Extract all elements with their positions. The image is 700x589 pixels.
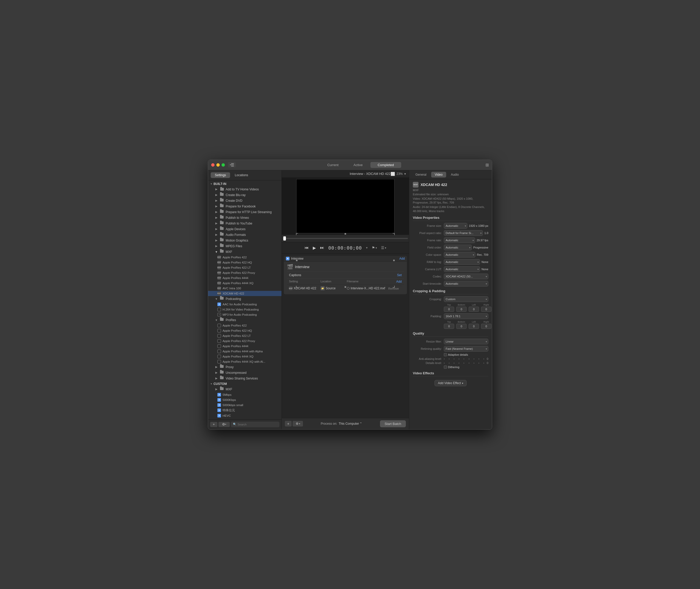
sidebar-item-prores[interactable]: ▼ ProRes bbox=[208, 317, 281, 323]
dithering-checkbox[interactable] bbox=[444, 366, 447, 369]
raw-log-select-wrap[interactable]: Automatic bbox=[444, 259, 480, 265]
cropping-select-wrap[interactable]: Custom bbox=[444, 296, 488, 302]
tab-current[interactable]: Current bbox=[320, 162, 345, 168]
padding-select-wrap[interactable]: 16x9 1.78:1 bbox=[444, 313, 488, 319]
sidebar-item-audio-formats[interactable]: ▶ Audio Formats bbox=[208, 232, 281, 238]
sidebar-item-mxf[interactable]: ▼ MXF bbox=[208, 249, 281, 255]
crop-right-input[interactable] bbox=[481, 307, 492, 312]
job-header-add[interactable]: Add bbox=[399, 257, 405, 260]
details-slider[interactable] bbox=[444, 363, 484, 364]
corner-tr[interactable] bbox=[393, 233, 395, 235]
section-custom[interactable]: ▼ CUSTOM bbox=[208, 381, 281, 386]
sidebar-sub-prores-422proxy[interactable]: Apple ProRes 422 Proxy bbox=[208, 339, 281, 344]
sidebar-sub-aac[interactable]: 4 AAC for Audio Podcasting bbox=[208, 302, 281, 307]
sidebar-sub-prores-4444[interactable]: Apple ProRes 4444 bbox=[208, 344, 281, 349]
color-space-select[interactable]: Automatic bbox=[444, 252, 475, 257]
batch-settings-button[interactable]: ⚙ ▾ bbox=[293, 421, 303, 426]
pixel-aspect-select-wrap[interactable]: Default for Frame Si... bbox=[444, 230, 483, 236]
sidebar-item-vimeo[interactable]: ▶ Publish to Vimeo bbox=[208, 215, 281, 221]
handle-mid-right[interactable] bbox=[393, 260, 395, 261]
pad-right-input[interactable] bbox=[481, 324, 492, 329]
sidebar-sub-hevc[interactable]: 4 HEVC bbox=[208, 413, 281, 418]
sidebar-sub-prores422[interactable]: MXF Apple ProRes 422 bbox=[208, 255, 281, 260]
close-button[interactable] bbox=[211, 163, 215, 167]
sidebar-sub-prores-422lt[interactable]: Apple ProRes 422 LT bbox=[208, 333, 281, 339]
job-collapse-icon[interactable]: ◆ bbox=[286, 257, 289, 260]
frame-size-select-wrap[interactable]: Automatic bbox=[444, 223, 467, 229]
frame-rate-select[interactable]: Automatic bbox=[444, 237, 475, 243]
corner-tl[interactable] bbox=[296, 233, 298, 235]
sidebar-sub-prores-4444xq[interactable]: Apple ProRes 4444 XQ bbox=[208, 354, 281, 359]
tab-completed[interactable]: Completed bbox=[371, 162, 401, 168]
sidebar-sub-prores-4444alpha[interactable]: Apple ProRes 4444 with Alpha bbox=[208, 349, 281, 354]
frame-rate-select-wrap[interactable]: Automatic bbox=[444, 237, 475, 243]
adaptive-label[interactable]: Adaptive details bbox=[444, 353, 468, 356]
frame-size-select[interactable]: Automatic bbox=[444, 223, 467, 229]
grid-icon[interactable]: ⊞ bbox=[485, 163, 489, 167]
sidebar-sub-prores-422hq[interactable]: Apple ProRes 422 HQ bbox=[208, 328, 281, 333]
sidebar-item-podcasting[interactable]: ▼ Podcasting bbox=[208, 296, 281, 302]
raw-log-select[interactable]: Automatic bbox=[444, 259, 480, 265]
retiming-select-wrap[interactable]: Fast (Nearest Frame) bbox=[444, 346, 488, 352]
sidebar-settings-button[interactable]: ⚙ ▾ bbox=[219, 422, 230, 427]
sidebar-sub-5mbps[interactable]: 4 5Mbps bbox=[208, 392, 281, 397]
sidebar-sub-5000kbps-small[interactable]: 4 5000kbps small bbox=[208, 402, 281, 408]
sidebar-item-http[interactable]: ▶ Prepare for HTTP Live Streaming bbox=[208, 209, 281, 215]
handle-mid-bottom[interactable] bbox=[344, 286, 346, 288]
resize-filter-select[interactable]: Linear bbox=[444, 339, 488, 344]
sidebar-item-create-bluray[interactable]: ▶ Create Blu-ray bbox=[208, 192, 281, 198]
tab-active[interactable]: Active bbox=[346, 162, 370, 168]
sidebar-sub-avc100[interactable]: MXF AVC Intra 100 bbox=[208, 286, 281, 291]
adaptive-checkbox[interactable] bbox=[444, 353, 447, 356]
add-job-button[interactable]: + bbox=[285, 421, 292, 426]
resize-filter-select-wrap[interactable]: Linear bbox=[444, 339, 488, 344]
sidebar-sub-prores4444xq[interactable]: MXF Apple ProRes 4444 XQ bbox=[208, 280, 281, 286]
retiming-select[interactable]: Fast (Nearest Frame) bbox=[444, 346, 488, 352]
dithering-label[interactable]: Dithering bbox=[444, 366, 459, 369]
crop-top-input[interactable] bbox=[444, 307, 454, 312]
handle-mid-left[interactable] bbox=[296, 260, 297, 261]
sidebar-item-mpeg[interactable]: ▶ MPEG Files bbox=[208, 243, 281, 249]
add-video-effect-button[interactable]: Add Video Effect ▾ bbox=[434, 380, 466, 386]
camera-lut-select[interactable]: Automatic bbox=[444, 266, 480, 272]
sidebar-sub-prores-422[interactable]: Apple ProRes 422 bbox=[208, 323, 281, 328]
codec-select-wrap[interactable]: XDCAM HD422 (50... bbox=[444, 273, 488, 279]
sidebar-sub-h264[interactable]: H.264 for Video Podcasting bbox=[208, 307, 281, 312]
process-computer-selector[interactable]: This Computer ⌃ bbox=[338, 422, 362, 425]
camera-lut-select-wrap[interactable]: Automatic bbox=[444, 266, 480, 272]
field-order-select-wrap[interactable]: Automatic bbox=[444, 245, 472, 250]
sidebar-sub-prores-4444xqal[interactable]: Apple ProRes 4444 XQ with Al... bbox=[208, 359, 281, 364]
sidebar-tab-locations[interactable]: Locations bbox=[231, 172, 252, 178]
sidebar-item-create-dvd[interactable]: ▶ Create DVD bbox=[208, 198, 281, 204]
sidebar-sub-prores422lt[interactable]: MXF Apple ProRes 422 LT bbox=[208, 265, 281, 270]
sidebar-item-uncompressed[interactable]: ▶ Uncompressed bbox=[208, 370, 281, 376]
sidebar-item-video-sharing[interactable]: ▶ Video Sharing Services bbox=[208, 376, 281, 381]
timeline-handle[interactable] bbox=[283, 236, 286, 240]
sidebar-item-motion-graphics[interactable]: ▶ Motion Graphics bbox=[208, 238, 281, 243]
pixel-aspect-select[interactable]: Default for Frame Si... bbox=[444, 230, 483, 236]
section-built-in[interactable]: ▼ BUILT-IN bbox=[208, 181, 281, 187]
sidebar-sub-prores422proxy[interactable]: MXF Apple ProRes 422 Proxy bbox=[208, 270, 281, 275]
sidebar-item-apple-devices[interactable]: ▶ Apple Devices bbox=[208, 226, 281, 232]
crop-bottom-input[interactable] bbox=[456, 307, 466, 312]
tab-general[interactable]: General bbox=[412, 172, 430, 178]
sidebar-tab-settings[interactable]: Settings bbox=[211, 172, 230, 178]
minimize-button[interactable] bbox=[217, 163, 220, 167]
field-order-select[interactable]: Automatic bbox=[444, 245, 472, 250]
corner-br[interactable] bbox=[393, 286, 395, 288]
sidebar-sub-prores4444[interactable]: MXF Apple ProRes 4444 bbox=[208, 275, 281, 280]
sidebar-item-add-tv[interactable]: ▶ Add to TV Home Videos bbox=[208, 187, 281, 192]
corner-bl[interactable] bbox=[296, 286, 298, 288]
handle-mid-top[interactable] bbox=[344, 233, 346, 235]
captions-set-button[interactable]: Set bbox=[397, 273, 402, 277]
sidebar-sub-special[interactable]: 4 特殊位元 bbox=[208, 408, 281, 413]
sidebar-sub-5000kbps[interactable]: 4 5000Kbps bbox=[208, 397, 281, 402]
anti-alias-slider[interactable] bbox=[444, 359, 484, 359]
sidebar-item-youtube[interactable]: ▶ Publish to YouTube bbox=[208, 221, 281, 226]
sidebar-sub-xdcam[interactable]: MXF XDCAM HD 422 bbox=[208, 291, 281, 296]
color-space-select-wrap[interactable]: Automatic bbox=[444, 252, 475, 257]
padding-select[interactable]: 16x9 1.78:1 bbox=[444, 313, 488, 319]
sidebar-item-facebook[interactable]: ▶ Prepare for Facebook bbox=[208, 204, 281, 209]
pad-top-input[interactable] bbox=[444, 324, 454, 329]
tab-video[interactable]: Video bbox=[431, 172, 446, 178]
